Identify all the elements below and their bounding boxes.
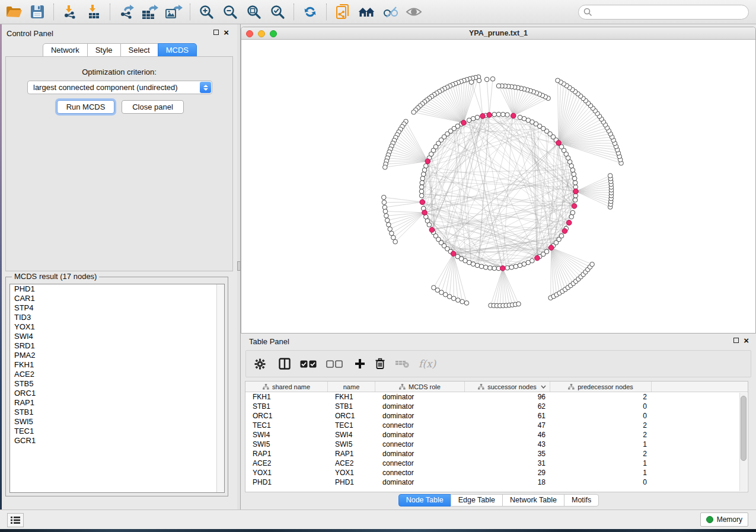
table-row[interactable]: SWI4SWI4dominator462 — [245, 430, 748, 440]
mcds-result-item[interactable]: RAP1 — [10, 398, 224, 408]
settings-gear-icon[interactable] — [254, 358, 266, 370]
cell[interactable]: ORC1 — [245, 411, 328, 421]
cell[interactable]: 2 — [550, 430, 652, 440]
select-all-checks-icon[interactable] — [300, 360, 317, 368]
mcds-hub-node[interactable] — [572, 204, 577, 209]
zoom-fit-icon[interactable] — [245, 3, 263, 21]
cell[interactable]: 29 — [465, 468, 550, 477]
table-row[interactable]: FKH1FKH1dominator962 — [245, 392, 748, 402]
mcds-hub-node[interactable] — [425, 159, 430, 164]
task-history-button[interactable] — [7, 513, 24, 527]
mcds-hub-node[interactable] — [535, 255, 540, 261]
cell[interactable]: 2 — [550, 421, 652, 430]
mcds-hub-node[interactable] — [556, 140, 562, 146]
cell[interactable]: STB1 — [328, 402, 375, 411]
cell[interactable]: dominator — [375, 392, 465, 402]
mcds-result-list[interactable]: PHD1CAR1STP4TID3YOX1SWI4SRD1PMA2FKH1ACE2… — [9, 284, 225, 493]
cell[interactable]: 0 — [550, 477, 652, 487]
cell[interactable]: 0 — [550, 411, 652, 421]
cell[interactable]: dominator — [375, 411, 465, 421]
mcds-hub-node[interactable] — [566, 220, 572, 226]
cell[interactable]: 62 — [465, 402, 550, 411]
mcds-hub-node[interactable] — [422, 210, 428, 216]
mcds-result-item[interactable]: PMA2 — [10, 351, 224, 360]
cell[interactable]: 43 — [465, 440, 550, 449]
tab-style[interactable]: Style — [87, 43, 121, 57]
show-eye-icon[interactable] — [405, 3, 423, 21]
table-row[interactable]: ACE2ACE2connector311 — [245, 459, 748, 468]
cell[interactable]: dominator — [375, 430, 465, 440]
cell[interactable]: 35 — [465, 449, 550, 459]
cell[interactable]: STB1 — [245, 402, 328, 411]
mcds-result-item[interactable]: TID3 — [10, 313, 224, 322]
cell[interactable]: ACE2 — [245, 459, 328, 468]
mcds-result-item[interactable]: SWI4 — [10, 332, 224, 341]
cell[interactable]: FKH1 — [328, 392, 375, 402]
mcds-list-scrollbar[interactable] — [216, 284, 224, 492]
table-row[interactable]: SWI5SWI5connector431 — [245, 440, 748, 449]
window-close-button[interactable] — [246, 30, 253, 37]
cell[interactable]: 61 — [465, 411, 550, 421]
cell[interactable]: connector — [375, 468, 465, 477]
mcds-result-item[interactable]: STP4 — [10, 303, 224, 313]
cell[interactable]: RAP1 — [245, 449, 328, 459]
mcds-hub-node[interactable] — [500, 266, 506, 271]
export-image-icon[interactable] — [165, 3, 183, 21]
table-row[interactable]: PHD1PHD1dominator180 — [245, 477, 748, 487]
mcds-hub-node[interactable] — [562, 229, 567, 234]
tab-motifs[interactable]: Motifs — [564, 494, 599, 507]
cell[interactable]: 96 — [465, 392, 550, 402]
cell[interactable]: PHD1 — [245, 477, 328, 487]
cell[interactable]: SWI4 — [328, 430, 375, 440]
search-input[interactable] — [578, 5, 749, 20]
cell[interactable]: dominator — [375, 402, 465, 411]
cell[interactable]: 31 — [465, 459, 550, 468]
cell[interactable]: SWI5 — [245, 440, 328, 449]
cell[interactable]: 46 — [465, 430, 550, 440]
window-zoom-button[interactable] — [270, 30, 277, 37]
mcds-result-item[interactable]: SWI5 — [10, 417, 224, 427]
cell[interactable]: YOX1 — [245, 468, 328, 477]
add-column-icon[interactable] — [355, 358, 365, 369]
export-table-icon[interactable] — [141, 3, 159, 21]
zoom-out-icon[interactable] — [221, 3, 239, 21]
mcds-hub-node[interactable] — [429, 227, 435, 233]
cell[interactable]: 2 — [550, 392, 652, 402]
mcds-result-item[interactable]: STB1 — [10, 408, 224, 417]
delete-column-icon[interactable] — [375, 358, 385, 370]
cell[interactable]: PHD1 — [328, 477, 375, 487]
mcds-result-item[interactable]: PHD1 — [10, 284, 224, 294]
cell[interactable]: 1 — [550, 459, 652, 468]
tab-edge-table[interactable]: Edge Table — [451, 494, 503, 507]
table-row[interactable]: STB1STB1dominator620 — [245, 402, 748, 411]
tab-network-table[interactable]: Network Table — [502, 494, 564, 507]
cell[interactable]: 0 — [550, 402, 652, 411]
import-table-icon[interactable] — [85, 3, 103, 21]
table-row[interactable]: YOX1YOX1connector291 — [245, 468, 748, 477]
cell[interactable]: 18 — [465, 477, 550, 487]
mcds-result-item[interactable]: FKH1 — [10, 360, 224, 370]
mcds-hub-node[interactable] — [487, 113, 492, 118]
network-window-titlebar[interactable]: YPA_prune.txt_1 — [241, 27, 755, 40]
mcds-result-item[interactable]: SRD1 — [10, 341, 224, 351]
cell[interactable]: FKH1 — [245, 392, 328, 402]
cell[interactable]: 1 — [550, 440, 652, 449]
columns-icon[interactable] — [279, 358, 291, 370]
zoom-in-icon[interactable] — [197, 3, 215, 21]
mcds-hub-node[interactable] — [420, 200, 425, 205]
mcds-hub-node[interactable] — [461, 120, 467, 126]
table-scrollbar[interactable] — [739, 393, 747, 491]
hide-glasses-icon[interactable] — [381, 3, 399, 21]
home-icon[interactable] — [358, 3, 375, 21]
float-panel-icon[interactable] — [213, 30, 219, 35]
column-header-shared-name[interactable]: shared name — [245, 382, 328, 392]
cell[interactable]: ACE2 — [328, 459, 375, 468]
open-session-icon[interactable] — [5, 3, 23, 21]
table-row[interactable]: TEC1TEC1connector472 — [245, 421, 748, 430]
mcds-result-item[interactable]: CAR1 — [10, 294, 224, 303]
table-scrollbar-thumb[interactable] — [741, 396, 747, 461]
column-header-MCDS-role[interactable]: MCDS role — [375, 382, 465, 392]
zoom-selected-icon[interactable] — [269, 3, 286, 21]
run-mcds-button[interactable]: Run MCDS — [57, 100, 114, 114]
tab-node-table[interactable]: Node Table — [398, 494, 451, 507]
